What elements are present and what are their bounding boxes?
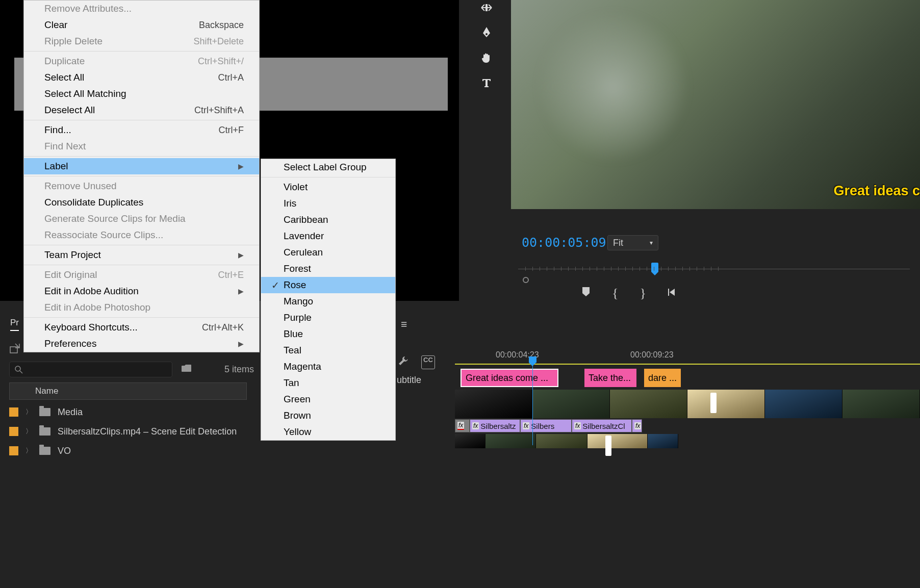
submenu-label-rose[interactable]: ✓Rose [261,277,395,293]
time-ruler[interactable]: 00:00:04:23 00:00:09:23 [455,350,920,363]
video-thumbnail-track [455,390,920,418]
submenu-label-green[interactable]: Green [261,391,395,407]
submenu-select-label-group[interactable]: Select Label Group [261,159,395,175]
menu-remove-unused: Remove Unused [24,178,259,194]
items-count: 5 items [224,364,254,375]
expand-caret-icon[interactable]: 〉 [25,427,32,436]
menu-deselect-all[interactable]: Deselect AllCtrl+Shift+A [24,102,259,118]
go-to-in-icon[interactable] [668,287,679,300]
pen-tool-icon[interactable] [481,26,492,40]
context-menu: Remove Attributes... ClearBackspace Ripp… [23,0,260,352]
fx-badge-icon: fx [472,422,479,429]
submenu-label-text: Yellow [284,426,385,438]
clip-thumbnail[interactable] [485,434,536,448]
type-tool-icon[interactable] [481,77,492,90]
clip-thumbnail[interactable] [532,390,610,418]
clip-thumbnail[interactable] [536,434,587,448]
menu-select-all[interactable]: Select AllCtrl+A [24,69,259,86]
menu-preferences[interactable]: Preferences▶ [24,336,259,352]
submenu-label-caribbean[interactable]: Caribbean [261,212,395,228]
video-thumbnail-track-2 [455,434,920,448]
video-clip[interactable]: fxSilbers [520,419,572,432]
program-monitor: Great ideas c [511,0,920,209]
project-row[interactable]: 〉 SilbersaltzClips.mp4 – Scene Edit Dete… [9,422,237,441]
menu-clear[interactable]: ClearBackspace [24,17,259,33]
fx-badge-icon: fx [634,422,641,429]
caption-clip[interactable]: Take the... [584,369,636,387]
ruler-timecode: 00:00:09:23 [630,350,674,360]
submenu-label-blue[interactable]: Blue [261,326,395,342]
submenu-label-magenta[interactable]: Magenta [261,359,395,375]
caption-clip[interactable]: Great ideas come ... [461,369,558,387]
submenu-label-lavender[interactable]: Lavender [261,228,395,244]
submenu-label-yellow[interactable]: Yellow [261,424,395,440]
project-panel-tab[interactable]: Pr [10,318,19,331]
submenu-label-brown[interactable]: Brown [261,407,395,424]
menu-consolidate-duplicates[interactable]: Consolidate Duplicates [24,194,259,211]
program-timecode[interactable]: 00:00:05:09 [522,235,606,250]
clip-thumbnail[interactable] [610,390,687,418]
fx-badge-icon: fx [574,422,581,429]
search-icon [15,366,23,374]
submenu-label-text: Cerulean [284,247,385,258]
menu-edit-photoshop: Edit in Adobe Photoshop [24,299,259,316]
submenu-label-text: Green [284,394,385,405]
mark-out-icon[interactable]: } [640,286,646,301]
clip-thumbnail[interactable] [648,434,678,448]
submenu-label-violet[interactable]: Violet [261,179,395,195]
video-clip[interactable]: fx [455,419,470,432]
add-marker-icon[interactable] [581,286,591,300]
submenu-label-tan[interactable]: Tan [261,375,395,391]
submenu-label-teal[interactable]: Teal [261,342,395,359]
name-column-header[interactable]: Name [9,382,247,400]
menu-edit-audition[interactable]: Edit in Adobe Audition▶ [24,283,259,299]
transport-controls: { } [581,286,679,301]
submenu-label-iris[interactable]: Iris [261,195,395,212]
expand-caret-icon[interactable]: 〉 [25,446,32,455]
playhead-handle[interactable] [651,263,658,272]
menu-team-project[interactable]: Team Project▶ [24,247,259,263]
mark-in-icon[interactable]: { [612,286,618,301]
label-swatch [9,446,18,455]
caption-clip[interactable]: dare ... [644,369,681,387]
timeline-playhead[interactable] [529,356,536,363]
filter-bin-icon[interactable] [181,363,193,376]
clip-thumbnail[interactable] [765,390,842,418]
clip-thumbnail[interactable] [455,434,485,448]
ripple-edit-icon[interactable] [480,3,493,15]
video-clip[interactable]: fx [632,419,642,432]
clip-thumbnail[interactable] [687,390,765,418]
video-clip[interactable]: fxSilbersaltzCl [572,419,632,432]
project-row-name: VO [58,446,71,456]
clip-thumbnail[interactable] [587,434,648,448]
label-swatch [9,407,18,417]
closed-captions-icon[interactable]: CC [421,355,435,369]
chevron-down-icon: ▾ [650,239,653,246]
project-row[interactable]: 〉 VO [9,442,71,460]
submenu-label-cerulean[interactable]: Cerulean [261,244,395,261]
program-playhead-bar[interactable] [518,262,910,274]
menu-duplicate: DuplicateCtrl+Shift+/ [24,53,259,69]
wrench-icon[interactable] [398,355,409,369]
submenu-label-forest[interactable]: Forest [261,261,395,277]
caption-track: Great ideas come ... Take the... dare ..… [455,369,920,388]
new-item-icon[interactable] [9,343,20,354]
playhead-start-circle [523,277,529,283]
submenu-label-mango[interactable]: Mango [261,293,395,310]
project-row[interactable]: 〉 Media [9,403,83,421]
bin-icon [39,427,50,436]
clip-thumbnail[interactable] [455,390,532,418]
hand-tool-icon[interactable] [480,52,493,66]
project-search-input[interactable] [9,362,172,377]
panel-menu-icon[interactable]: ≡ [401,318,407,330]
clip-thumbnail[interactable] [842,390,920,418]
menu-select-all-matching[interactable]: Select All Matching [24,86,259,102]
zoom-dropdown[interactable]: Fit ▾ [607,235,658,250]
video-clip[interactable]: fxSilbersaltz [470,419,520,432]
subtitle-overlay: Great ideas c [833,183,920,199]
menu-label[interactable]: Label▶ [24,158,259,174]
expand-caret-icon[interactable]: 〉 [25,407,32,417]
submenu-label-purple[interactable]: Purple [261,310,395,326]
menu-find[interactable]: Find...Ctrl+F [24,122,259,138]
menu-keyboard-shortcuts[interactable]: Keyboard Shortcuts...Ctrl+Alt+K [24,319,259,336]
